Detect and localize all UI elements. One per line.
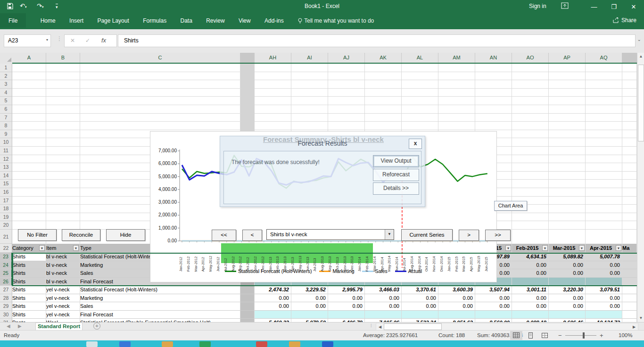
- column-header-A[interactable]: A: [12, 53, 46, 63]
- cell-value[interactable]: 7,523.24: [402, 319, 438, 322]
- row-header-24[interactable]: 24: [0, 261, 12, 270]
- normal-view-icon[interactable]: [510, 331, 522, 340]
- cell-type[interactable]: Statistical Forecast (Double Exponential…: [80, 319, 240, 322]
- cell-value[interactable]: [402, 311, 438, 319]
- cell-category[interactable]: Shirts: [12, 286, 46, 294]
- cell-value[interactable]: [328, 311, 365, 319]
- taskbar-icon[interactable]: [289, 341, 300, 347]
- cell-value[interactable]: 0.00: [328, 294, 365, 303]
- row-header-2[interactable]: 2: [0, 72, 12, 81]
- cell-type[interactable]: Statistical Forecast (Holt-Winters): [80, 286, 240, 294]
- first-series-button[interactable]: <<: [212, 230, 236, 241]
- cell-value[interactable]: 0.00: [475, 302, 512, 311]
- row-header-7[interactable]: 7: [0, 114, 12, 122]
- cell-value[interactable]: 0.00: [255, 302, 291, 311]
- cell-item[interactable]: bl v-neck: [46, 253, 80, 261]
- cell-hidden-gap[interactable]: [240, 302, 255, 311]
- cell-value[interactable]: 3,507.94: [475, 286, 512, 294]
- cell-item[interactable]: yel v-neck: [46, 286, 80, 294]
- row-header-5[interactable]: 5: [0, 97, 12, 105]
- cell-value[interactable]: [622, 311, 637, 319]
- formula-bar-expand-icon[interactable]: ⌄: [637, 37, 641, 42]
- cell-value[interactable]: 0.00: [512, 269, 549, 278]
- cell-value[interactable]: 4,634.15: [512, 253, 549, 261]
- row-header-11[interactable]: 11: [0, 147, 12, 155]
- filter-dropdown-icon[interactable]: ▼: [616, 245, 621, 251]
- taskbar-icon[interactable]: [322, 341, 333, 347]
- cell-category[interactable]: Shirts: [12, 261, 46, 270]
- cell-value[interactable]: [622, 286, 637, 294]
- cell-value[interactable]: 2,474.32: [255, 286, 291, 294]
- row-header-19[interactable]: 19: [0, 213, 12, 222]
- cell-value[interactable]: 0.00: [255, 294, 291, 303]
- reconcile-button[interactable]: Reconcile: [62, 229, 100, 241]
- vertical-scrollbar[interactable]: ▲ ▼: [637, 53, 644, 322]
- cell-value[interactable]: 9,606.46: [549, 319, 586, 322]
- hide-button[interactable]: Hide: [106, 229, 145, 241]
- cell-value[interactable]: [622, 269, 637, 278]
- column-header-hidden[interactable]: [622, 53, 637, 63]
- tab-page-layout[interactable]: Page Layout: [91, 13, 135, 28]
- cell-value[interactable]: 8,051.62: [438, 319, 475, 322]
- zoom-slider-thumb[interactable]: [583, 332, 585, 339]
- scroll-up-icon[interactable]: ▲: [637, 53, 644, 60]
- cell-type[interactable]: Sales: [80, 302, 240, 311]
- series-dropdown-arrow-icon[interactable]: ▼: [385, 230, 394, 240]
- row-header-23[interactable]: 23: [0, 253, 12, 261]
- row-header-25[interactable]: 25: [0, 269, 12, 278]
- tab-home[interactable]: Home: [34, 13, 62, 28]
- row-header-13[interactable]: 13: [0, 163, 12, 172]
- row-header-9[interactable]: 9: [0, 130, 12, 139]
- cell-value[interactable]: 0.00: [438, 294, 475, 303]
- column-header-AM[interactable]: AM: [438, 53, 475, 63]
- taskbar-icon[interactable]: [86, 341, 98, 347]
- row-header-16[interactable]: 16: [0, 188, 12, 197]
- cell-value[interactable]: 3,600.39: [438, 286, 475, 294]
- column-header-AL[interactable]: AL: [402, 53, 438, 63]
- restore-button[interactable]: ❐: [604, 0, 623, 13]
- cell-value[interactable]: 8,560.00: [475, 319, 512, 322]
- cell-item[interactable]: Wool: [46, 319, 80, 322]
- cell-item[interactable]: yel v-neck: [46, 302, 80, 311]
- reforecast-button[interactable]: Reforecast: [373, 169, 419, 181]
- cell-value[interactable]: 0.00: [328, 302, 365, 311]
- cell-value[interactable]: [622, 302, 637, 311]
- share-button[interactable]: Share: [613, 17, 636, 24]
- cell-value[interactable]: 5,460.22: [255, 319, 291, 322]
- cell-value[interactable]: [622, 294, 637, 303]
- tab-formulas[interactable]: Formulas: [137, 13, 173, 28]
- cell-item[interactable]: bl v-neck: [46, 261, 80, 270]
- cell-value[interactable]: [475, 311, 512, 319]
- cell-value[interactable]: 0.00: [365, 302, 402, 311]
- row-header-1[interactable]: 1: [0, 64, 12, 72]
- cell-value[interactable]: 0.00: [512, 302, 549, 311]
- table-header-clipped[interactable]: Ma: [622, 244, 637, 253]
- row-header-4[interactable]: 4: [0, 89, 12, 97]
- cell-value[interactable]: 0.00: [291, 294, 328, 303]
- cell-value[interactable]: [622, 253, 637, 261]
- cell-value[interactable]: 0.00: [512, 294, 549, 303]
- cell-value[interactable]: [586, 311, 622, 319]
- cell-value[interactable]: 0.00: [365, 294, 402, 303]
- cell-value[interactable]: 5,007.78: [586, 253, 622, 261]
- cell-value[interactable]: [365, 311, 402, 319]
- filter-dropdown-icon[interactable]: ▼: [579, 245, 585, 251]
- tab-review[interactable]: Review: [200, 13, 231, 28]
- cell-item[interactable]: bl v-neck: [46, 269, 80, 278]
- cell-value[interactable]: 5,089.82: [549, 253, 586, 261]
- row-header-3[interactable]: 3: [0, 80, 12, 89]
- tab-add-ins[interactable]: Add-ins: [258, 13, 290, 28]
- column-header-AP[interactable]: AP: [549, 53, 586, 63]
- cell-value[interactable]: 0.00: [549, 269, 586, 278]
- zoom-out-icon[interactable]: −: [558, 332, 562, 339]
- cell-value[interactable]: 0.00: [586, 269, 622, 278]
- row-header-28[interactable]: 28: [0, 294, 12, 303]
- tab-file[interactable]: File: [0, 13, 26, 28]
- horizontal-scroll-thumb[interactable]: [384, 323, 442, 330]
- row-header-30[interactable]: 30: [0, 311, 12, 319]
- cell-item[interactable]: yel v-neck: [46, 311, 80, 319]
- current-series-button[interactable]: Current Series: [401, 229, 453, 241]
- cell-value[interactable]: 5,078.50: [291, 319, 328, 322]
- row-header-17[interactable]: 17: [0, 197, 12, 205]
- cell-value[interactable]: [549, 311, 586, 319]
